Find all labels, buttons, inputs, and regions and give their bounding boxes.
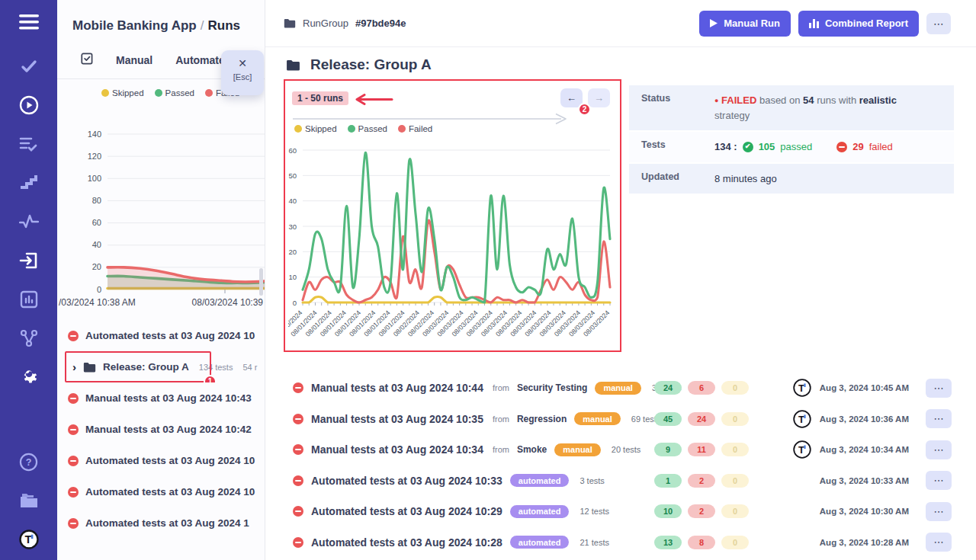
status-panel: Status ● FAILED based on 54 runs with re… xyxy=(629,85,954,194)
folder-icon xyxy=(286,59,300,71)
run-row[interactable]: Manual tests at 03 Aug 2024 10:34 from S… xyxy=(284,434,964,466)
manual-run-button[interactable]: Manual Run xyxy=(699,11,791,37)
activity-icon[interactable] xyxy=(19,212,39,232)
more-options-button[interactable]: ⋯ xyxy=(926,13,951,34)
passed-chip: 13 xyxy=(654,536,682,549)
list-item[interactable]: Manual tests at 03 Aug 2024 10:43 xyxy=(57,382,265,414)
esc-tooltip: ✕ [Esc] xyxy=(221,50,264,95)
legend-dot-icon xyxy=(101,89,109,97)
runs-sidebar: Mobile Banking App/Runs Manual Automated… xyxy=(57,0,265,560)
row-more-button[interactable]: ⋯ xyxy=(926,379,952,398)
folders-icon[interactable] xyxy=(19,491,39,510)
folder-icon xyxy=(284,18,296,28)
list-item[interactable]: Manual tests at 03 Aug 2024 10:42 xyxy=(57,414,265,445)
list-item[interactable]: Automated tests at 03 Aug 2024 1 xyxy=(57,507,265,539)
svg-text:50: 50 xyxy=(288,171,297,180)
group-label: Release: Group A xyxy=(103,361,189,373)
testomat-logo-icon[interactable]: T xyxy=(19,530,39,549)
play-circle-icon[interactable] xyxy=(19,95,39,115)
combined-report-button[interactable]: Combined Report xyxy=(798,11,919,37)
status-row: Status ● FAILED based on 54 runs with re… xyxy=(629,85,954,130)
steps-icon[interactable] xyxy=(19,173,39,193)
row-more-button[interactable]: ⋯ xyxy=(926,471,952,490)
run-timestamp: Aug 3, 2024 10:36 AM xyxy=(820,414,909,424)
avatar: T xyxy=(793,379,811,397)
scrollbar-thumb[interactable] xyxy=(259,268,263,296)
list-item[interactable]: Automated tests at 03 Aug 2024 10 xyxy=(57,320,265,351)
list-item[interactable]: Automated tests at 03 Aug 2024 10 xyxy=(57,445,265,476)
rungroup-breadcrumb[interactable]: RunGroup #97bde94e xyxy=(284,18,406,29)
annotation-arrow-icon xyxy=(352,94,393,105)
tests-count: 3 tests xyxy=(580,476,604,485)
sign-in-icon[interactable] xyxy=(19,251,39,270)
updated-label: Updated xyxy=(641,171,714,182)
row-more-button[interactable]: ⋯ xyxy=(926,502,952,521)
select-all-icon[interactable] xyxy=(79,53,93,67)
tab-manual[interactable]: Manual xyxy=(116,54,152,66)
list-item[interactable]: Automated tests at 03 Aug 2024 10 xyxy=(57,476,265,507)
check-icon[interactable] xyxy=(19,56,39,76)
failed-icon xyxy=(68,424,79,435)
list-check-icon[interactable] xyxy=(19,134,39,154)
legend-item: Passed xyxy=(348,124,387,133)
run-type-badge: automated xyxy=(510,474,570,487)
legend-dot-icon xyxy=(398,125,406,133)
menu-icon[interactable] xyxy=(19,12,39,32)
run-timestamp: Aug 3, 2024 10:28 AM xyxy=(820,538,909,547)
run-title: Automated tests at 03 Aug 2024 10:29 xyxy=(311,505,502,517)
legend-dot-icon xyxy=(294,125,302,133)
skipped-chip: 0 xyxy=(721,381,749,395)
close-icon[interactable]: ✕ xyxy=(221,57,264,69)
runs-list: Automated tests at 03 Aug 2024 10 › Rele… xyxy=(57,320,265,539)
list-item-group[interactable]: › Release: Group A 134 tests 54 r 1 xyxy=(57,351,265,382)
row-more-button[interactable]: ⋯ xyxy=(926,409,952,428)
svg-text:20: 20 xyxy=(288,248,297,256)
skipped-chip: 0 xyxy=(721,536,749,549)
passed-chip: 1 xyxy=(654,474,682,488)
row-more-button[interactable]: ⋯ xyxy=(926,440,952,459)
legend-item: Skipped xyxy=(101,88,144,98)
status-label: Status xyxy=(641,93,714,104)
tests-label: Tests xyxy=(641,139,714,150)
updated-value: 8 minutes ago xyxy=(714,171,777,187)
from-plan-name: Security Testing xyxy=(517,382,587,393)
run-row[interactable]: Automated tests at 03 Aug 2024 10:33 aut… xyxy=(284,466,964,497)
passed-chip: 10 xyxy=(654,504,682,518)
svg-text:60: 60 xyxy=(92,218,101,227)
help-icon[interactable]: ? xyxy=(19,452,39,472)
topbar: RunGroup #97bde94e Manual Run Combined R… xyxy=(265,0,976,47)
breadcrumb: Mobile Banking App/Runs xyxy=(57,0,265,34)
timeline-arrow-icon xyxy=(292,113,571,125)
next-page-button[interactable]: → xyxy=(588,88,610,107)
failed-chip: 11 xyxy=(688,443,715,456)
row-more-button[interactable]: ⋯ xyxy=(926,533,952,552)
run-row[interactable]: Manual tests at 03 Aug 2024 10:35 from R… xyxy=(284,404,964,435)
gear-icon[interactable] xyxy=(19,367,39,387)
bar-chart-icon[interactable] xyxy=(19,290,39,309)
report-icon xyxy=(809,19,819,28)
svg-text:80: 80 xyxy=(92,196,101,205)
legend-dot-icon xyxy=(205,89,213,97)
svg-text:60: 60 xyxy=(288,146,297,155)
project-title[interactable]: Mobile Banking App xyxy=(72,18,197,33)
branch-icon[interactable] xyxy=(19,328,39,348)
rungroup-id: #97bde94e xyxy=(355,18,406,29)
from-prefix: from xyxy=(493,445,509,454)
run-row[interactable]: Manual tests at 03 Aug 2024 10:44 from S… xyxy=(284,373,964,404)
result-chips: 10 2 0 xyxy=(654,504,749,518)
breadcrumb-separator: / xyxy=(197,18,208,33)
chevron-right-icon[interactable]: › xyxy=(72,360,76,373)
run-row[interactable]: Automated tests at 03 Aug 2024 10:29 aut… xyxy=(284,496,964,527)
topbar-actions: Manual Run Combined Report ⋯ xyxy=(699,11,951,37)
run-row[interactable]: Automated tests at 03 Aug 2024 10:28 aut… xyxy=(284,527,964,558)
tests-count: 21 tests xyxy=(580,538,609,547)
svg-text:140: 140 xyxy=(88,130,101,139)
folder-icon xyxy=(83,362,96,373)
legend-item: Passed xyxy=(155,88,194,98)
svg-text:T: T xyxy=(24,533,31,546)
failed-icon xyxy=(293,382,303,393)
result-chips: 13 8 0 xyxy=(654,536,749,549)
failed-dot-icon: ● xyxy=(714,97,718,104)
run-type-badge: manual xyxy=(574,412,621,425)
result-chips: 1 2 0 xyxy=(654,474,749,488)
